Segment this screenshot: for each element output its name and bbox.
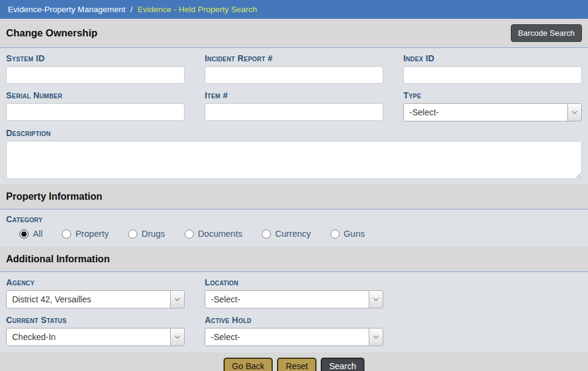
page-header: Change Ownership Barcode Search (0, 19, 588, 48)
category-radio-option[interactable]: All (19, 229, 43, 239)
property-information-header: Property Information (0, 184, 588, 209)
active-hold-select-value: -Select- (205, 332, 369, 342)
category-radio-input[interactable] (128, 230, 137, 239)
category-radio-option[interactable]: Documents (185, 229, 242, 239)
breadcrumb-separator: / (131, 5, 133, 14)
incident-report-label: Incident Report # (205, 53, 383, 63)
property-information-panel: Category AllPropertyDrugsDocumentsCurren… (0, 209, 588, 247)
category-radio-group: AllPropertyDrugsDocumentsCurrencyGuns (19, 229, 582, 239)
system-id-label: System ID (6, 53, 185, 63)
system-id-input[interactable] (6, 66, 185, 84)
category-radio-input[interactable] (185, 230, 194, 239)
category-radio-option[interactable]: Drugs (128, 229, 165, 239)
reset-button[interactable]: Reset (277, 358, 316, 371)
description-textarea[interactable] (6, 141, 582, 179)
category-radio-label: Guns (344, 229, 365, 239)
category-radio-input[interactable] (330, 230, 340, 239)
chevron-down-icon (567, 104, 581, 121)
category-radio-label: Property (75, 229, 109, 239)
breadcrumb-parent-link[interactable]: Evidence-Property Management (8, 5, 126, 14)
type-label: Type (403, 90, 582, 100)
footer-actions: Go Back Reset Search (0, 352, 588, 371)
active-hold-select[interactable]: -Select- (205, 328, 383, 346)
agency-label: Agency (6, 277, 185, 287)
search-button[interactable]: Search (321, 358, 364, 371)
breadcrumb-current-link[interactable]: Evidence - Held Property Search (137, 5, 257, 14)
category-radio-label: Documents (198, 229, 242, 239)
description-label: Description (6, 128, 582, 138)
incident-report-field-group: Incident Report # (205, 53, 383, 84)
category-radio-option[interactable]: Property (62, 229, 109, 239)
chevron-down-icon (369, 328, 383, 345)
category-radio-input[interactable] (262, 230, 271, 239)
additional-information-title: Additional Information (6, 254, 110, 265)
active-hold-field-group: Active Hold -Select- (205, 315, 383, 346)
active-hold-label: Active Hold (205, 315, 383, 325)
category-radio-option[interactable]: Currency (262, 229, 311, 239)
system-id-field-group: System ID (6, 53, 185, 84)
current-status-label: Current Status (6, 315, 185, 325)
search-form-panel: System ID Incident Report # Index ID Ser… (0, 48, 588, 184)
item-number-input[interactable] (205, 103, 383, 121)
location-field-group: Location -Select- (205, 277, 383, 308)
category-radio-label: Currency (275, 229, 311, 239)
category-radio-label: All (33, 229, 43, 239)
current-status-select[interactable]: Checked-In (6, 328, 185, 346)
serial-number-label: Serial Number (6, 90, 185, 100)
category-label: Category (6, 214, 582, 224)
item-number-label: Item # (205, 90, 383, 100)
index-id-field-group: Index ID (403, 53, 582, 84)
item-number-field-group: Item # (205, 90, 383, 121)
incident-report-input[interactable] (205, 66, 383, 84)
serial-number-field-group: Serial Number (6, 90, 185, 121)
type-field-group: Type -Select- (403, 90, 582, 121)
additional-information-panel: Agency District 42, Versailles Location … (0, 272, 588, 352)
barcode-search-button[interactable]: Barcode Search (511, 24, 582, 42)
category-radio-input[interactable] (19, 230, 29, 239)
location-select-value: -Select- (205, 294, 369, 304)
current-status-field-group: Current Status Checked-In (6, 315, 185, 346)
chevron-down-icon (369, 291, 383, 308)
serial-number-input[interactable] (6, 103, 185, 121)
current-status-select-value: Checked-In (7, 332, 170, 342)
additional-information-header: Additional Information (0, 247, 588, 272)
page-title: Change Ownership (6, 27, 97, 39)
chevron-down-icon (170, 291, 184, 308)
agency-select[interactable]: District 42, Versailles (6, 290, 185, 308)
breadcrumb: Evidence-Property Management / Evidence … (0, 0, 588, 19)
type-select[interactable]: -Select- (403, 103, 582, 121)
category-radio-option[interactable]: Guns (330, 229, 365, 239)
go-back-button[interactable]: Go Back (224, 358, 273, 371)
index-id-label: Index ID (403, 53, 582, 63)
location-label: Location (205, 277, 383, 287)
property-information-title: Property Information (6, 191, 102, 202)
agency-select-value: District 42, Versailles (7, 294, 170, 304)
description-field-group: Description (6, 128, 582, 179)
index-id-input[interactable] (403, 66, 582, 84)
category-radio-input[interactable] (62, 230, 71, 239)
agency-field-group: Agency District 42, Versailles (6, 277, 185, 308)
location-select[interactable]: -Select- (205, 290, 383, 308)
type-select-value: -Select- (404, 107, 567, 117)
category-radio-label: Drugs (142, 229, 165, 239)
chevron-down-icon (170, 328, 184, 345)
